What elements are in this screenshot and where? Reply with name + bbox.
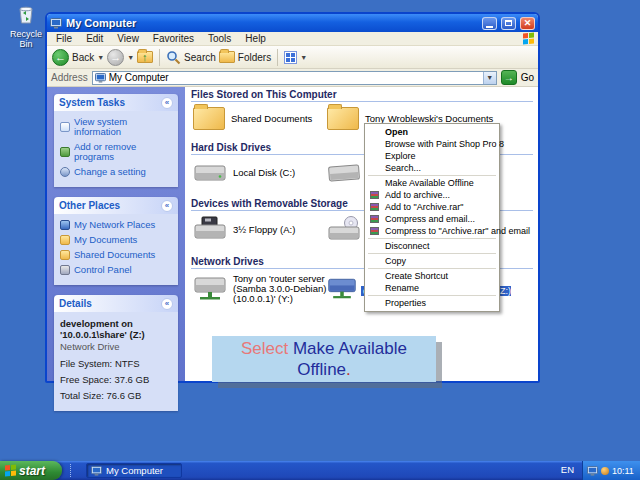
control-panel-icon [60, 265, 70, 275]
other-places-panel: Other Places « My Network Places My Docu… [54, 197, 178, 285]
address-value: My Computer [109, 72, 169, 83]
menu-separator [368, 238, 496, 239]
toolbar: ← Back ▼ → ▼ ↑ Search Folders ▼ [47, 46, 538, 69]
details-drive-kind: Network Drive [60, 341, 173, 352]
sidebar-item-my-network-places[interactable]: My Network Places [60, 220, 173, 230]
taskbar-button-my-computer[interactable]: My Computer [86, 463, 182, 478]
context-menu: Open Browse with Paint Shop Pro 8 Explor… [364, 123, 500, 312]
title-bar[interactable]: My Computer ✕ [47, 14, 538, 32]
views-dropdown-icon[interactable]: ▼ [300, 54, 307, 61]
details-drive-name: development on '10.0.0.1\share' (Z:) [60, 318, 173, 340]
my-documents-icon [60, 235, 70, 245]
search-icon[interactable] [166, 50, 181, 65]
close-button[interactable]: ✕ [520, 17, 535, 30]
go-label[interactable]: Go [521, 72, 534, 83]
winrar-icon [370, 227, 379, 235]
back-button-icon[interactable]: ← [52, 49, 69, 66]
winrar-icon [370, 215, 379, 223]
menu-item-compress-and-email[interactable]: Compress and email... [366, 213, 498, 225]
menu-item-properties[interactable]: Properties [366, 297, 498, 309]
windows-flag-icon [5, 465, 16, 477]
sidebar-item-add-remove-programs[interactable]: Add or remove programs [60, 142, 173, 162]
menu-help[interactable]: Help [238, 33, 273, 44]
sidebar-item-shared-documents[interactable]: Shared Documents [60, 250, 173, 260]
address-input[interactable]: My Computer ▼ [92, 71, 497, 85]
other-places-title: Other Places [59, 200, 120, 211]
taskbar-button-label: My Computer [106, 465, 163, 476]
views-button-icon[interactable] [284, 51, 297, 64]
menu-edit[interactable]: Edit [79, 33, 110, 44]
other-places-header[interactable]: Other Places « [54, 197, 178, 214]
menu-item-browse-with-paint-shop-pro[interactable]: Browse with Paint Shop Pro 8 [366, 138, 498, 150]
menu-item-disconnect[interactable]: Disconnect [366, 240, 498, 252]
recycle-bin-label: Recycle Bin [5, 29, 47, 49]
windows-logo-icon [523, 33, 534, 45]
details-header[interactable]: Details « [54, 295, 178, 312]
recycle-bin-desktop-icon[interactable]: Recycle Bin [5, 3, 47, 49]
menu-item-make-available-offline[interactable]: Make Available Offline [366, 177, 498, 189]
up-button-icon[interactable]: ↑ [137, 51, 153, 63]
back-button-label[interactable]: Back [72, 52, 94, 63]
start-button[interactable]: start [0, 461, 62, 480]
folders-button-label[interactable]: Folders [238, 52, 271, 63]
menu-item-add-to-archive[interactable]: Add to archive... [366, 189, 498, 201]
item-local-disk-c[interactable]: Local Disk (C:) [193, 160, 327, 186]
details-title: Details [59, 298, 92, 309]
system-tray: 10:11 [582, 461, 640, 480]
item-shared-documents[interactable]: Shared Documents [193, 107, 327, 130]
menu-favorites[interactable]: Favorites [146, 33, 201, 44]
collapse-chevron-icon[interactable]: « [161, 298, 173, 310]
tray-computer-icon[interactable] [587, 466, 598, 476]
maximize-button[interactable] [501, 17, 516, 30]
group-header-files: Files Stored on This Computer [191, 89, 533, 102]
sidebar-item-control-panel[interactable]: Control Panel [60, 265, 173, 275]
menu-item-compress-to-archive-and-email[interactable]: Compress to "Archive.rar" and email [366, 225, 498, 237]
forward-button-icon[interactable]: → [107, 49, 124, 66]
folder-icon [193, 107, 225, 130]
tray-status-icon[interactable] [601, 467, 609, 475]
cd-drive-icon [327, 216, 361, 244]
go-button[interactable]: → [501, 70, 517, 85]
menu-item-create-shortcut[interactable]: Create Shortcut [366, 270, 498, 282]
clock[interactable]: 10:11 [612, 466, 634, 476]
my-computer-icon [91, 466, 102, 476]
collapse-chevron-icon[interactable]: « [161, 200, 173, 212]
menu-tools[interactable]: Tools [201, 33, 238, 44]
address-label: Address [51, 72, 88, 83]
menu-item-rename[interactable]: Rename [366, 282, 498, 294]
language-indicator[interactable]: EN [561, 464, 574, 475]
window-title: My Computer [66, 17, 478, 29]
taskbar: start My Computer EN 10:11 [0, 461, 640, 480]
menu-item-explore[interactable]: Explore [366, 150, 498, 162]
back-dropdown-icon[interactable]: ▼ [97, 54, 104, 61]
sidebar-item-view-system-information[interactable]: View system information [60, 117, 173, 137]
menu-item-open[interactable]: Open [366, 126, 498, 138]
forward-dropdown-icon[interactable]: ▼ [127, 54, 134, 61]
search-button-label[interactable]: Search [184, 52, 216, 63]
menu-item-copy[interactable]: Copy [366, 255, 498, 267]
instruction-select-word: Select [241, 339, 288, 358]
menu-file[interactable]: File [49, 33, 79, 44]
system-tasks-title: System Tasks [59, 97, 125, 108]
sidebar-item-my-documents[interactable]: My Documents [60, 235, 173, 245]
item-floppy-a[interactable]: 3½ Floppy (A:) [193, 216, 327, 244]
minimize-button[interactable] [482, 17, 497, 30]
system-tasks-panel: System Tasks « View system information A… [54, 94, 178, 187]
menu-item-add-to-archive-rar[interactable]: Add to "Archive.rar" [366, 201, 498, 213]
sidebar-item-change-a-setting[interactable]: Change a setting [60, 167, 173, 177]
collapse-chevron-icon[interactable]: « [161, 97, 173, 109]
details-file-system: File System: NTFS [60, 358, 173, 369]
address-dropdown-icon[interactable]: ▼ [483, 72, 496, 84]
winrar-icon [370, 191, 379, 199]
system-info-icon [60, 122, 70, 132]
my-computer-icon [50, 18, 62, 29]
system-tasks-header[interactable]: System Tasks « [54, 94, 178, 111]
my-network-places-icon [60, 220, 70, 230]
quick-launch-divider [70, 464, 73, 477]
menu-view[interactable]: View [110, 33, 146, 44]
network-drive-selected-icon [327, 274, 357, 304]
floppy-drive-icon [193, 216, 227, 244]
item-network-drive-y[interactable]: Tony on 'router server (Samba 3.0.0-Debi… [193, 274, 327, 304]
folders-button-icon[interactable] [219, 51, 235, 63]
menu-item-search[interactable]: Search... [366, 162, 498, 174]
